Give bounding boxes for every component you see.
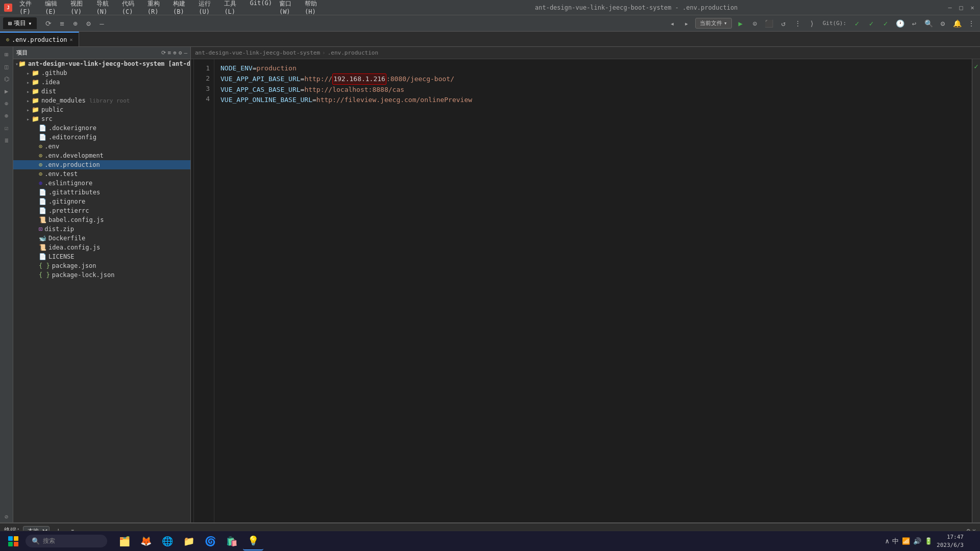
- tree-item-babel[interactable]: ▸ 📜 babel.config.js: [13, 215, 190, 224]
- side-icon-git[interactable]: ⌬: [1, 73, 12, 85]
- tree-item-idea[interactable]: ▸ 📁 .idea: [13, 78, 190, 87]
- tree-item-license[interactable]: ▸ 📄 LICENSE: [13, 252, 190, 261]
- menu-git[interactable]: Git(G): [247, 0, 275, 16]
- git-check1[interactable]: ✓: [851, 18, 863, 29]
- side-icon-database[interactable]: ⊛: [1, 110, 12, 121]
- menu-tools[interactable]: 工具(L): [221, 0, 246, 16]
- taskbar-app-browser1[interactable]: 🦊: [136, 532, 156, 550]
- taskbar-clock[interactable]: 17:47 2023/6/3: [937, 533, 964, 549]
- tree-item-src[interactable]: ▸ 📁 src: [13, 114, 190, 123]
- side-icon-todo[interactable]: ☑: [1, 122, 12, 134]
- menu-navigate[interactable]: 导航(N): [93, 0, 118, 16]
- side-icon-project[interactable]: ⊞: [1, 49, 12, 60]
- taskbar-app-browser2[interactable]: 🌀: [200, 532, 220, 550]
- menu-refactor[interactable]: 重构(R): [144, 0, 169, 16]
- tree-item-env-test[interactable]: ▸ ⊙ .env.test: [13, 169, 190, 179]
- undo-icon[interactable]: ↩: [909, 18, 920, 29]
- tree-item-gitattributes[interactable]: ▸ 📄 .gitattributes: [13, 188, 190, 197]
- gear-icon[interactable]: ⚙: [937, 18, 948, 29]
- env-production-tab[interactable]: ⊙ .env.production ✕: [0, 32, 79, 46]
- menu-build[interactable]: 构建(B): [170, 0, 194, 16]
- project-tab[interactable]: ⊞ 项目 ▾: [3, 17, 37, 29]
- tree-collapse-icon[interactable]: —: [184, 49, 187, 56]
- tree-root[interactable]: ▾ 📁 ant-design-vue-link-jeecg-boot-syste…: [13, 59, 190, 68]
- dropdown-icon[interactable]: ⋮: [792, 18, 803, 29]
- tree-item-github[interactable]: ▸ 📁 .github: [13, 68, 190, 78]
- forward-icon[interactable]: ▸: [681, 18, 692, 29]
- tree-item-ideaconfig[interactable]: ▸ 📜 idea.config.js: [13, 243, 190, 252]
- tree-item-env-production[interactable]: ▸ ⊙ .env.production: [13, 160, 190, 169]
- taskbar-app-store[interactable]: 🛍️: [222, 532, 242, 550]
- side-icon-files[interactable]: ◫: [1, 61, 12, 72]
- tree-item-env[interactable]: ▸ ⊙ .env: [13, 142, 190, 151]
- minimize-button[interactable]: —: [946, 4, 953, 11]
- side-icon-run[interactable]: ▶: [1, 86, 12, 97]
- menu-window[interactable]: 窗口(W): [276, 0, 301, 16]
- more-icon2[interactable]: ⋮: [966, 18, 977, 29]
- tree-item-dockerfile[interactable]: ▸ 🐋 Dockerfile: [13, 234, 190, 243]
- tree-item-gitignore[interactable]: ▸ 📄 .gitignore: [13, 197, 190, 206]
- taskbar-app-explorer[interactable]: 🗂️: [114, 532, 135, 550]
- maximize-button[interactable]: □: [958, 4, 965, 11]
- menu-run[interactable]: 运行(U): [195, 0, 220, 16]
- menu-code[interactable]: 代码(C): [119, 0, 143, 16]
- tree-settings-icon[interactable]: ≡: [168, 49, 172, 56]
- taskbar-app-edge[interactable]: 🌐: [157, 532, 178, 550]
- git-check3[interactable]: ✓: [880, 18, 891, 29]
- tab-close-button[interactable]: ✕: [69, 37, 72, 42]
- sort-icon[interactable]: ≡: [56, 18, 67, 29]
- menu-view[interactable]: 视图(V): [67, 0, 92, 16]
- taskbar-app-idea[interactable]: 💡: [243, 532, 263, 550]
- menu-help[interactable]: 帮助(H): [302, 0, 326, 16]
- battery-icon[interactable]: 🔋: [924, 537, 933, 545]
- notification-icon[interactable]: 🔔: [951, 18, 963, 29]
- side-icon-search[interactable]: ⊕: [1, 98, 12, 109]
- menu-file[interactable]: 文件(F): [16, 0, 41, 16]
- tree-item-prettierrc[interactable]: ▸ 📄 .prettierrc: [13, 206, 190, 215]
- reload-icon[interactable]: ↺: [778, 18, 789, 29]
- menu-edit[interactable]: 编辑(E): [42, 0, 66, 16]
- tree-sync-icon[interactable]: ⟳: [161, 49, 166, 56]
- tree-item-env-development[interactable]: ▸ ⊙ .env.development: [13, 151, 190, 160]
- volume-icon[interactable]: 🔊: [913, 537, 921, 545]
- side-icon-structure[interactable]: ≣: [1, 135, 12, 146]
- chevron-up-icon[interactable]: ∧: [885, 537, 889, 545]
- settings-icon[interactable]: ⚙: [83, 18, 94, 29]
- collapse-icon[interactable]: —: [96, 18, 107, 29]
- tree-item-public[interactable]: ▸ 📁 public: [13, 105, 190, 114]
- close-button[interactable]: ✕: [969, 4, 976, 11]
- git-check2[interactable]: ✓: [866, 18, 877, 29]
- current-file-btn[interactable]: 当前文件 ▾: [695, 18, 732, 29]
- tree-gear-icon[interactable]: ⚙: [179, 49, 182, 56]
- search-icon[interactable]: 🔍: [923, 18, 934, 29]
- project-tab-dropdown[interactable]: ▾: [28, 20, 32, 27]
- side-icon-event[interactable]: ⊘: [1, 511, 12, 522]
- tree-item-editorconfig[interactable]: ▸ 📄 .editorconfig: [13, 133, 190, 142]
- tree-item-package[interactable]: ▸ { } package.json: [13, 261, 190, 270]
- filter-icon[interactable]: ⊕: [69, 18, 81, 29]
- taskbar-search-bar[interactable]: 🔍 搜索: [26, 535, 107, 547]
- env-dev-icon: ⊙: [39, 152, 42, 159]
- clock-icon[interactable]: 🕐: [894, 18, 905, 29]
- tree-item-dist[interactable]: ▸ 📁 dist: [13, 87, 190, 96]
- more-icon[interactable]: ⟩: [806, 18, 818, 29]
- stop-icon[interactable]: ⬛: [764, 18, 775, 29]
- sync-icon[interactable]: ⟳: [43, 18, 54, 29]
- lang-icon[interactable]: 中: [892, 537, 899, 546]
- code-area[interactable]: NODE_ENV = production VUE_APP_API_BASE_U…: [214, 59, 972, 522]
- tree-item-dockerignore[interactable]: ▸ 📄 .dockerignore: [13, 123, 190, 133]
- tree-item-node-modules[interactable]: ▸ 📁 node_modules library root: [13, 96, 190, 105]
- taskbar-app-files[interactable]: 📁: [179, 532, 199, 550]
- debug-icon[interactable]: ⊙: [749, 18, 761, 29]
- tree-item-eslintignore[interactable]: ▸ ⊛ .eslintignore: [13, 179, 190, 188]
- run-icon[interactable]: ▶: [735, 18, 746, 29]
- show-desktop-button[interactable]: [968, 532, 976, 550]
- editor-content[interactable]: 1 2 3 4 NODE_ENV = production VUE_APP_AP…: [191, 59, 980, 522]
- back-icon[interactable]: ◂: [667, 18, 678, 29]
- tree-filter-icon[interactable]: ⊕: [173, 49, 177, 56]
- editorconfig-icon: 📄: [39, 134, 46, 141]
- tree-item-package-lock[interactable]: ▸ { } package-lock.json: [13, 270, 190, 280]
- windows-start-button[interactable]: [4, 532, 22, 550]
- tree-item-distzip[interactable]: ▸ ⊡ dist.zip: [13, 224, 190, 234]
- wifi-icon[interactable]: 📶: [902, 537, 910, 545]
